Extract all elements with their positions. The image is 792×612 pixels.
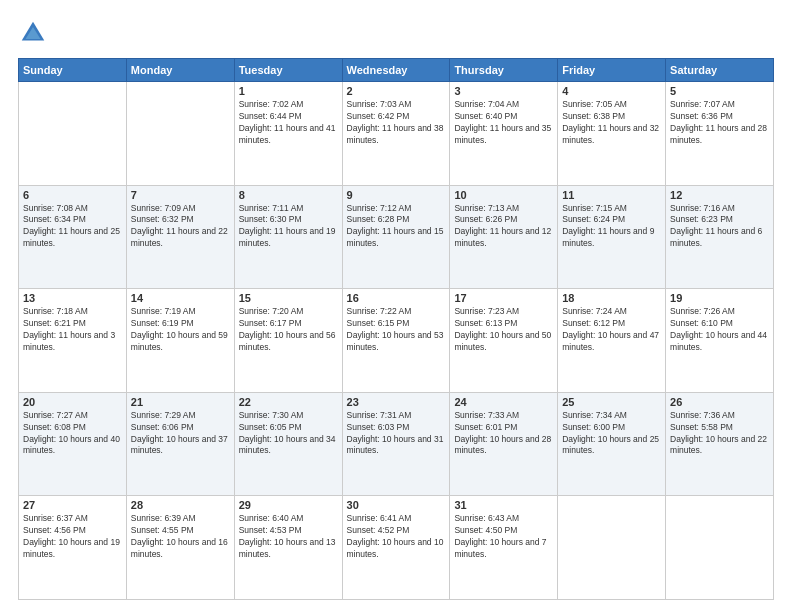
calendar-header-saturday: Saturday: [666, 59, 774, 82]
calendar-cell: 17Sunrise: 7:23 AM Sunset: 6:13 PM Dayli…: [450, 289, 558, 393]
calendar-week-1: 1Sunrise: 7:02 AM Sunset: 6:44 PM Daylig…: [19, 82, 774, 186]
calendar-cell: 23Sunrise: 7:31 AM Sunset: 6:03 PM Dayli…: [342, 392, 450, 496]
calendar-cell: 16Sunrise: 7:22 AM Sunset: 6:15 PM Dayli…: [342, 289, 450, 393]
day-number: 27: [23, 499, 122, 511]
calendar-cell: 8Sunrise: 7:11 AM Sunset: 6:30 PM Daylig…: [234, 185, 342, 289]
day-info: Sunrise: 7:30 AM Sunset: 6:05 PM Dayligh…: [239, 410, 338, 458]
calendar-cell: 13Sunrise: 7:18 AM Sunset: 6:21 PM Dayli…: [19, 289, 127, 393]
header: [18, 18, 774, 48]
calendar-cell: [666, 496, 774, 600]
day-info: Sunrise: 7:36 AM Sunset: 5:58 PM Dayligh…: [670, 410, 769, 458]
calendar-cell: 31Sunrise: 6:43 AM Sunset: 4:50 PM Dayli…: [450, 496, 558, 600]
calendar-cell: 5Sunrise: 7:07 AM Sunset: 6:36 PM Daylig…: [666, 82, 774, 186]
calendar-cell: 28Sunrise: 6:39 AM Sunset: 4:55 PM Dayli…: [126, 496, 234, 600]
calendar-cell: 21Sunrise: 7:29 AM Sunset: 6:06 PM Dayli…: [126, 392, 234, 496]
calendar-cell: 6Sunrise: 7:08 AM Sunset: 6:34 PM Daylig…: [19, 185, 127, 289]
day-info: Sunrise: 7:24 AM Sunset: 6:12 PM Dayligh…: [562, 306, 661, 354]
day-info: Sunrise: 7:16 AM Sunset: 6:23 PM Dayligh…: [670, 203, 769, 251]
day-number: 10: [454, 189, 553, 201]
calendar-week-2: 6Sunrise: 7:08 AM Sunset: 6:34 PM Daylig…: [19, 185, 774, 289]
day-number: 30: [347, 499, 446, 511]
calendar-cell: [19, 82, 127, 186]
calendar-cell: 18Sunrise: 7:24 AM Sunset: 6:12 PM Dayli…: [558, 289, 666, 393]
day-info: Sunrise: 7:12 AM Sunset: 6:28 PM Dayligh…: [347, 203, 446, 251]
calendar-cell: [126, 82, 234, 186]
day-number: 21: [131, 396, 230, 408]
day-info: Sunrise: 7:33 AM Sunset: 6:01 PM Dayligh…: [454, 410, 553, 458]
day-info: Sunrise: 7:34 AM Sunset: 6:00 PM Dayligh…: [562, 410, 661, 458]
calendar-week-5: 27Sunrise: 6:37 AM Sunset: 4:56 PM Dayli…: [19, 496, 774, 600]
day-number: 28: [131, 499, 230, 511]
calendar-table: SundayMondayTuesdayWednesdayThursdayFrid…: [18, 58, 774, 600]
day-info: Sunrise: 7:31 AM Sunset: 6:03 PM Dayligh…: [347, 410, 446, 458]
day-number: 26: [670, 396, 769, 408]
calendar-cell: 26Sunrise: 7:36 AM Sunset: 5:58 PM Dayli…: [666, 392, 774, 496]
calendar-cell: 10Sunrise: 7:13 AM Sunset: 6:26 PM Dayli…: [450, 185, 558, 289]
day-number: 4: [562, 85, 661, 97]
calendar-cell: 2Sunrise: 7:03 AM Sunset: 6:42 PM Daylig…: [342, 82, 450, 186]
calendar-cell: 20Sunrise: 7:27 AM Sunset: 6:08 PM Dayli…: [19, 392, 127, 496]
calendar-header-wednesday: Wednesday: [342, 59, 450, 82]
calendar-week-3: 13Sunrise: 7:18 AM Sunset: 6:21 PM Dayli…: [19, 289, 774, 393]
calendar-cell: 15Sunrise: 7:20 AM Sunset: 6:17 PM Dayli…: [234, 289, 342, 393]
calendar-cell: 3Sunrise: 7:04 AM Sunset: 6:40 PM Daylig…: [450, 82, 558, 186]
day-number: 20: [23, 396, 122, 408]
day-info: Sunrise: 6:39 AM Sunset: 4:55 PM Dayligh…: [131, 513, 230, 561]
day-number: 3: [454, 85, 553, 97]
day-number: 7: [131, 189, 230, 201]
day-number: 29: [239, 499, 338, 511]
calendar-cell: 25Sunrise: 7:34 AM Sunset: 6:00 PM Dayli…: [558, 392, 666, 496]
day-number: 16: [347, 292, 446, 304]
day-number: 11: [562, 189, 661, 201]
day-info: Sunrise: 7:05 AM Sunset: 6:38 PM Dayligh…: [562, 99, 661, 147]
calendar-header-tuesday: Tuesday: [234, 59, 342, 82]
day-number: 18: [562, 292, 661, 304]
calendar-header-friday: Friday: [558, 59, 666, 82]
day-number: 25: [562, 396, 661, 408]
day-info: Sunrise: 6:37 AM Sunset: 4:56 PM Dayligh…: [23, 513, 122, 561]
day-info: Sunrise: 7:04 AM Sunset: 6:40 PM Dayligh…: [454, 99, 553, 147]
calendar-cell: [558, 496, 666, 600]
calendar-header-row: SundayMondayTuesdayWednesdayThursdayFrid…: [19, 59, 774, 82]
day-info: Sunrise: 7:29 AM Sunset: 6:06 PM Dayligh…: [131, 410, 230, 458]
calendar-cell: 14Sunrise: 7:19 AM Sunset: 6:19 PM Dayli…: [126, 289, 234, 393]
page: SundayMondayTuesdayWednesdayThursdayFrid…: [0, 0, 792, 612]
calendar-cell: 9Sunrise: 7:12 AM Sunset: 6:28 PM Daylig…: [342, 185, 450, 289]
day-info: Sunrise: 7:03 AM Sunset: 6:42 PM Dayligh…: [347, 99, 446, 147]
day-number: 22: [239, 396, 338, 408]
day-number: 15: [239, 292, 338, 304]
calendar-cell: 12Sunrise: 7:16 AM Sunset: 6:23 PM Dayli…: [666, 185, 774, 289]
day-number: 17: [454, 292, 553, 304]
calendar-cell: 11Sunrise: 7:15 AM Sunset: 6:24 PM Dayli…: [558, 185, 666, 289]
calendar-cell: 7Sunrise: 7:09 AM Sunset: 6:32 PM Daylig…: [126, 185, 234, 289]
calendar-header-thursday: Thursday: [450, 59, 558, 82]
day-number: 5: [670, 85, 769, 97]
day-info: Sunrise: 6:43 AM Sunset: 4:50 PM Dayligh…: [454, 513, 553, 561]
day-number: 31: [454, 499, 553, 511]
day-number: 24: [454, 396, 553, 408]
day-info: Sunrise: 7:11 AM Sunset: 6:30 PM Dayligh…: [239, 203, 338, 251]
day-number: 9: [347, 189, 446, 201]
calendar-header-monday: Monday: [126, 59, 234, 82]
calendar-cell: 22Sunrise: 7:30 AM Sunset: 6:05 PM Dayli…: [234, 392, 342, 496]
day-number: 19: [670, 292, 769, 304]
day-info: Sunrise: 7:15 AM Sunset: 6:24 PM Dayligh…: [562, 203, 661, 251]
day-number: 8: [239, 189, 338, 201]
day-number: 13: [23, 292, 122, 304]
logo: [18, 18, 52, 48]
day-info: Sunrise: 7:26 AM Sunset: 6:10 PM Dayligh…: [670, 306, 769, 354]
calendar-cell: 27Sunrise: 6:37 AM Sunset: 4:56 PM Dayli…: [19, 496, 127, 600]
day-number: 12: [670, 189, 769, 201]
logo-icon: [18, 18, 48, 48]
day-info: Sunrise: 7:09 AM Sunset: 6:32 PM Dayligh…: [131, 203, 230, 251]
calendar-cell: 29Sunrise: 6:40 AM Sunset: 4:53 PM Dayli…: [234, 496, 342, 600]
day-info: Sunrise: 7:22 AM Sunset: 6:15 PM Dayligh…: [347, 306, 446, 354]
day-number: 1: [239, 85, 338, 97]
calendar-header-sunday: Sunday: [19, 59, 127, 82]
day-number: 23: [347, 396, 446, 408]
calendar-week-4: 20Sunrise: 7:27 AM Sunset: 6:08 PM Dayli…: [19, 392, 774, 496]
day-info: Sunrise: 7:18 AM Sunset: 6:21 PM Dayligh…: [23, 306, 122, 354]
day-info: Sunrise: 7:20 AM Sunset: 6:17 PM Dayligh…: [239, 306, 338, 354]
day-info: Sunrise: 7:02 AM Sunset: 6:44 PM Dayligh…: [239, 99, 338, 147]
day-info: Sunrise: 7:07 AM Sunset: 6:36 PM Dayligh…: [670, 99, 769, 147]
